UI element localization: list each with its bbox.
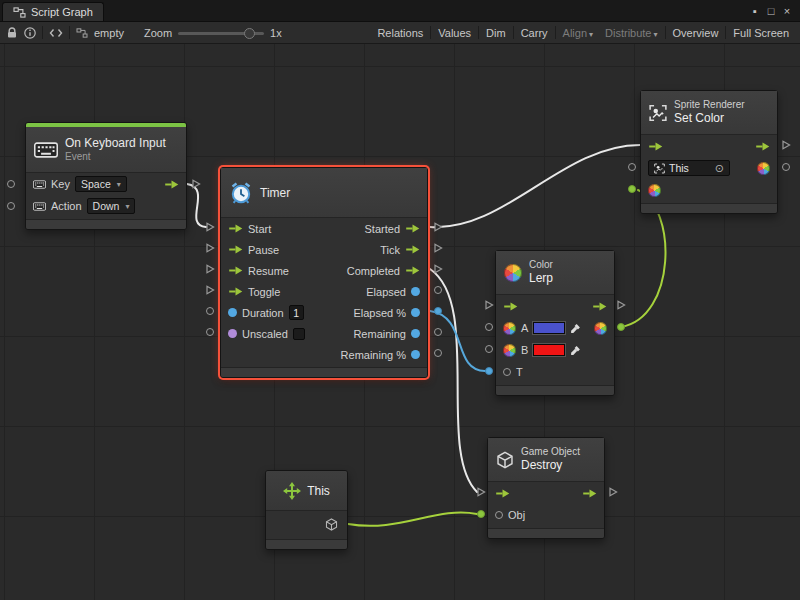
eyedropper-icon[interactable] bbox=[570, 345, 581, 356]
object-picker-icon[interactable]: ⊙ bbox=[715, 163, 724, 174]
value-output-port[interactable] bbox=[411, 329, 420, 338]
color-input-port[interactable] bbox=[503, 344, 516, 357]
external-flow-port[interactable] bbox=[205, 243, 215, 253]
external-flow-port[interactable] bbox=[476, 487, 486, 497]
flow-output-port[interactable] bbox=[592, 302, 607, 311]
color-input-port[interactable] bbox=[648, 184, 661, 197]
external-flow-port[interactable] bbox=[205, 285, 215, 295]
node-header[interactable]: Game Object Destroy bbox=[488, 438, 604, 482]
external-flow-port[interactable] bbox=[433, 264, 443, 274]
flow-output-port[interactable] bbox=[405, 224, 420, 233]
external-flow-port[interactable] bbox=[205, 222, 215, 232]
node-header[interactable]: On Keyboard Input Event bbox=[26, 127, 186, 173]
value-input-port[interactable] bbox=[228, 329, 237, 338]
toolbar-separator bbox=[725, 26, 726, 39]
external-flow-port[interactable] bbox=[781, 140, 791, 150]
external-flow-port[interactable] bbox=[616, 300, 626, 310]
zoom-slider[interactable] bbox=[178, 27, 264, 39]
external-value-port[interactable] bbox=[628, 163, 636, 171]
node-timer[interactable]: Timer Start Started Pause Tick Resume Co… bbox=[220, 167, 428, 378]
flow-output-port[interactable] bbox=[405, 266, 420, 275]
flow-output-port[interactable] bbox=[405, 245, 420, 254]
node-set-color[interactable]: Sprite Renderer Set Color This ⊙ bbox=[640, 90, 778, 214]
external-value-port[interactable] bbox=[485, 367, 493, 375]
code-icon[interactable] bbox=[49, 28, 63, 38]
dim-button[interactable]: Dim bbox=[481, 25, 511, 41]
external-value-port[interactable] bbox=[434, 286, 442, 294]
align-dropdown[interactable]: Align▾ bbox=[558, 25, 598, 41]
lock-icon[interactable] bbox=[6, 27, 18, 39]
fullscreen-button[interactable]: Full Screen bbox=[728, 25, 794, 41]
value-input-port[interactable] bbox=[228, 308, 237, 317]
external-flow-port[interactable] bbox=[608, 487, 618, 497]
external-value-port[interactable] bbox=[434, 328, 442, 336]
node-color-lerp[interactable]: Color Lerp A B T bbox=[495, 250, 615, 396]
flow-input-port[interactable] bbox=[228, 224, 243, 233]
external-value-port[interactable] bbox=[485, 345, 493, 353]
color-b-swatch[interactable] bbox=[533, 344, 565, 356]
action-dropdown[interactable]: Down ▾ bbox=[87, 198, 136, 214]
info-icon[interactable] bbox=[24, 27, 36, 39]
external-value-port[interactable] bbox=[7, 180, 15, 188]
flow-input-port[interactable] bbox=[495, 489, 510, 498]
external-flow-port[interactable] bbox=[484, 300, 494, 310]
node-destroy[interactable]: Game Object Destroy Obj bbox=[487, 437, 605, 539]
external-flow-port[interactable] bbox=[433, 222, 443, 232]
value-input-port[interactable] bbox=[495, 511, 503, 519]
window-close-button[interactable]: × bbox=[779, 1, 795, 21]
color-output-port[interactable] bbox=[594, 322, 607, 335]
gameobject-output-port[interactable] bbox=[325, 518, 338, 531]
flow-input-port[interactable] bbox=[228, 287, 243, 296]
window-menu-icon[interactable]: ▪ bbox=[747, 1, 763, 21]
port-label: Duration bbox=[242, 307, 284, 319]
node-this[interactable]: This bbox=[265, 470, 348, 550]
external-value-port[interactable] bbox=[7, 202, 15, 210]
value-output-port[interactable] bbox=[411, 308, 420, 317]
window-maximize-button[interactable]: □ bbox=[763, 1, 779, 21]
external-flow-port[interactable] bbox=[433, 243, 443, 253]
flow-output-port[interactable] bbox=[164, 180, 179, 189]
flow-input-port[interactable] bbox=[228, 266, 243, 275]
overview-button[interactable]: Overview bbox=[668, 25, 724, 41]
tab-script-graph[interactable]: Script Graph bbox=[2, 2, 104, 21]
flow-input-port[interactable] bbox=[648, 142, 663, 151]
distribute-dropdown[interactable]: Distribute▾ bbox=[600, 25, 662, 41]
flow-output-port[interactable] bbox=[755, 142, 770, 151]
node-header[interactable]: Color Lerp bbox=[496, 251, 614, 295]
value-output-port[interactable] bbox=[411, 350, 420, 359]
value-input-port[interactable] bbox=[503, 368, 511, 376]
key-dropdown[interactable]: Space ▾ bbox=[75, 176, 127, 192]
flow-input-port[interactable] bbox=[228, 245, 243, 254]
external-value-port[interactable] bbox=[477, 510, 485, 518]
port-label: Tick bbox=[380, 244, 400, 256]
flow-input-port[interactable] bbox=[503, 302, 518, 311]
color-output-port[interactable] bbox=[757, 162, 770, 175]
flow-output-port[interactable] bbox=[582, 489, 597, 498]
eyedropper-icon[interactable] bbox=[570, 323, 581, 334]
external-value-port[interactable] bbox=[782, 163, 790, 171]
zoom-slider-handle[interactable] bbox=[244, 28, 255, 39]
node-on-keyboard-input[interactable]: On Keyboard Input Event Key Space ▾ Acti… bbox=[25, 122, 187, 230]
target-object-field[interactable]: This ⊙ bbox=[648, 160, 730, 176]
node-header[interactable]: Sprite Renderer Set Color bbox=[641, 91, 777, 135]
external-value-port[interactable] bbox=[617, 323, 625, 331]
external-value-port[interactable] bbox=[206, 307, 214, 315]
node-header[interactable]: Timer bbox=[221, 168, 427, 218]
color-a-swatch[interactable] bbox=[533, 322, 565, 334]
color-input-port[interactable] bbox=[503, 322, 516, 335]
toolbar-separator bbox=[42, 26, 43, 39]
external-value-port[interactable] bbox=[206, 328, 214, 336]
duration-input[interactable]: 1 bbox=[289, 305, 304, 320]
relations-button[interactable]: Relations bbox=[372, 25, 428, 41]
external-flow-port[interactable] bbox=[191, 179, 201, 189]
external-value-port[interactable] bbox=[628, 185, 636, 193]
external-value-port[interactable] bbox=[434, 307, 442, 315]
value-output-port[interactable] bbox=[411, 287, 420, 296]
values-button[interactable]: Values bbox=[433, 25, 476, 41]
external-value-port[interactable] bbox=[434, 349, 442, 357]
carry-button[interactable]: Carry bbox=[516, 25, 553, 41]
unscaled-checkbox[interactable] bbox=[293, 328, 305, 340]
node-title: Timer bbox=[260, 186, 290, 200]
external-value-port[interactable] bbox=[485, 323, 493, 331]
external-flow-port[interactable] bbox=[205, 264, 215, 274]
